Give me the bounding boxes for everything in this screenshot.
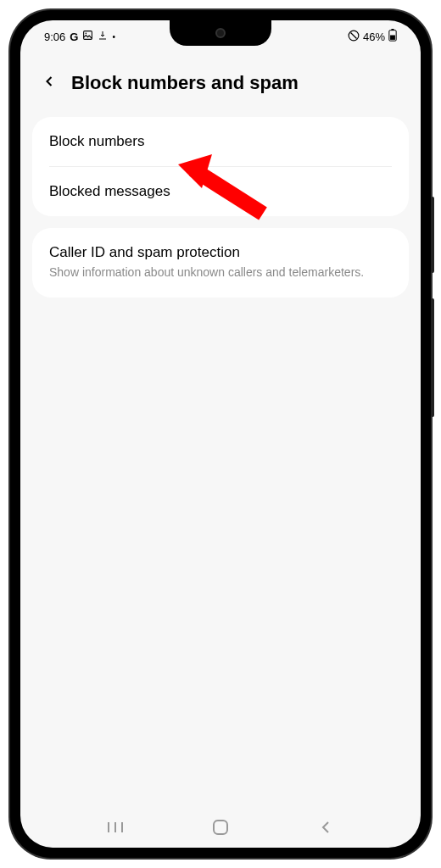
block-numbers-label: Block numbers	[49, 133, 392, 150]
block-numbers-item[interactable]: Block numbers	[32, 117, 409, 166]
svg-rect-0	[84, 31, 92, 40]
svg-rect-6	[390, 36, 395, 40]
status-left: 9:06 G •	[44, 30, 115, 43]
front-camera	[215, 28, 226, 38]
caller-id-item[interactable]: Caller ID and spam protection Show infor…	[32, 228, 409, 298]
svg-point-1	[86, 33, 87, 35]
caller-id-subtitle: Show information about unknown callers a…	[49, 264, 392, 281]
card-blocking: Block numbers Blocked messages	[32, 117, 409, 216]
download-icon	[98, 31, 108, 43]
back-nav-button[interactable]	[309, 810, 343, 844]
google-icon: G	[70, 31, 78, 43]
svg-rect-13	[214, 821, 227, 834]
svg-line-3	[350, 32, 356, 38]
more-icon: •	[112, 32, 115, 42]
navigation-bar	[20, 807, 421, 848]
content: Block numbers Blocked messages Caller ID…	[20, 117, 421, 298]
battery-text: 46%	[363, 31, 385, 43]
notch	[170, 20, 271, 46]
caller-id-label: Caller ID and spam protection	[49, 244, 392, 261]
power-button	[431, 298, 434, 417]
phone-frame: 9:06 G • 46%	[10, 10, 431, 858]
recents-button[interactable]	[98, 810, 132, 844]
page-header: Block numbers and spam	[20, 53, 421, 117]
blocked-messages-label: Blocked messages	[49, 183, 392, 200]
no-signal-icon	[348, 30, 360, 44]
page-title: Block numbers and spam	[71, 72, 299, 94]
gallery-icon	[82, 30, 93, 43]
blocked-messages-item[interactable]: Blocked messages	[32, 167, 409, 216]
status-time: 9:06	[44, 31, 65, 43]
volume-button	[431, 197, 434, 273]
battery-icon	[388, 29, 397, 44]
status-right: 46%	[348, 29, 397, 44]
screen: 9:06 G • 46%	[20, 20, 421, 848]
card-caller-id: Caller ID and spam protection Show infor…	[32, 228, 409, 298]
back-button[interactable]	[41, 71, 58, 95]
home-button[interactable]	[204, 810, 237, 844]
svg-rect-5	[391, 29, 394, 31]
